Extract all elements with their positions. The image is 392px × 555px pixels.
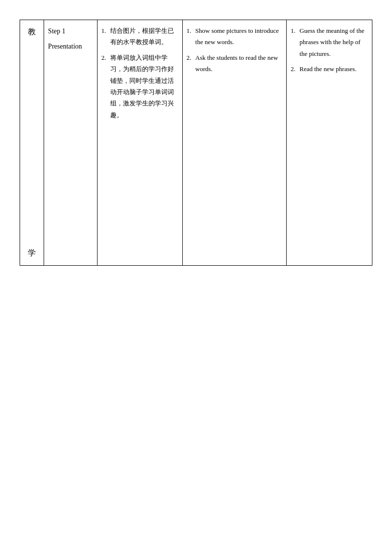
lesson-plan-table: 教 学 Step 1 Presentation xyxy=(20,20,372,266)
page-container: 教 学 Step 1 Presentation xyxy=(0,0,392,285)
teacher-item-1: 1. Show some pictures to introduce the n… xyxy=(187,25,283,48)
step-subtitle: Presentation xyxy=(48,40,93,53)
student-activities-cell: 1. Guess the meaning of the phrases with… xyxy=(287,20,372,266)
notes-list: 1. 结合图片，根据学生已有的水平教授单词。 2. 将单词放入词组中学习，为稍后… xyxy=(101,25,178,121)
label-xue: 学 xyxy=(28,246,36,260)
notes-cell: 1. 结合图片，根据学生已有的水平教授单词。 2. 将单词放入词组中学习，为稍后… xyxy=(97,20,182,266)
table-row: 教 学 Step 1 Presentation xyxy=(20,20,372,266)
notes-item-2: 2. 将单词放入词组中学习，为稍后的学习作好铺垫，同时学生通过活动开动脑子学习单… xyxy=(101,52,178,121)
teacher-activities-content: 1. Show some pictures to introduce the n… xyxy=(187,25,283,75)
student-list: 1. Guess the meaning of the phrases with… xyxy=(291,25,368,75)
student-item-1: 1. Guess the meaning of the phrases with… xyxy=(291,25,368,59)
step-title: Step 1 xyxy=(48,25,93,38)
notes-content: 1. 结合图片，根据学生已有的水平教授单词。 2. 将单词放入词组中学习，为稍后… xyxy=(101,25,178,121)
student-activities-content: 1. Guess the meaning of the phrases with… xyxy=(291,25,368,75)
label-jiao: 教 xyxy=(28,25,36,39)
student-item-2: 2. Read the new phrases. xyxy=(291,63,368,75)
label-jiao-xue: 教 学 xyxy=(20,20,44,266)
step-cell: Step 1 Presentation xyxy=(44,20,98,266)
teacher-activities-cell: 1. Show some pictures to introduce the n… xyxy=(182,20,287,266)
teacher-list: 1. Show some pictures to introduce the n… xyxy=(187,25,283,75)
notes-item-1: 1. 结合图片，根据学生已有的水平教授单词。 xyxy=(101,25,178,48)
teacher-item-2: 2. Ask the students to read the new word… xyxy=(187,52,283,75)
